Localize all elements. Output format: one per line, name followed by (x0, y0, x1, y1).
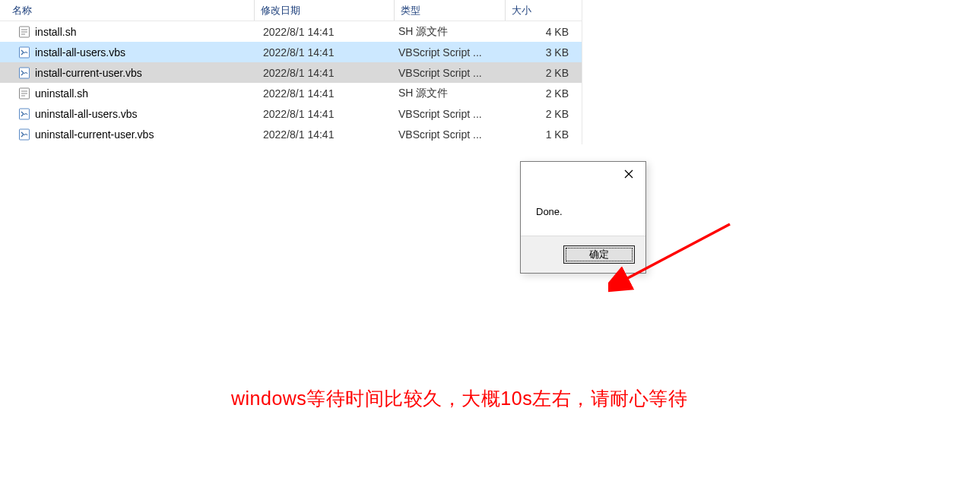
file-name-label: uninstall-all-users.vbs (35, 108, 138, 120)
sh-file-icon (18, 26, 30, 38)
file-row[interactable]: install-all-users.vbs2022/8/1 14:41VBScr… (0, 42, 582, 62)
file-type-cell: SH 源文件 (394, 25, 505, 39)
svg-rect-5 (20, 68, 30, 78)
svg-rect-11 (20, 129, 30, 140)
dialog-footer: 确定 (521, 236, 645, 273)
message-dialog: Done. 确定 (520, 161, 646, 274)
dialog-titlebar (521, 162, 645, 185)
file-row[interactable]: install.sh2022/8/1 14:41SH 源文件4 KB (0, 21, 582, 42)
file-name-label: install-all-users.vbs (35, 46, 125, 59)
svg-rect-10 (20, 109, 30, 119)
vbs-file-icon (18, 67, 30, 79)
file-date-cell: 2022/8/1 14:41 (254, 67, 394, 79)
close-icon (624, 169, 633, 179)
file-size-cell: 3 KB (505, 46, 581, 59)
file-name-label: uninstall.sh (35, 87, 88, 100)
file-name-cell: install.sh (0, 26, 254, 38)
svg-rect-4 (20, 47, 30, 58)
column-header-size[interactable]: 大小 (505, 0, 581, 21)
file-date-cell: 2022/8/1 14:41 (254, 87, 394, 100)
file-date-cell: 2022/8/1 14:41 (254, 128, 394, 141)
file-size-cell: 2 KB (505, 87, 581, 100)
file-name-cell: install-current-user.vbs (0, 67, 254, 79)
file-size-cell: 2 KB (505, 108, 581, 120)
file-row[interactable]: install-current-user.vbs2022/8/1 14:41VB… (0, 62, 582, 83)
column-header-type[interactable]: 类型 (394, 0, 505, 21)
vbs-file-icon (18, 108, 30, 120)
file-name-cell: uninstall-all-users.vbs (0, 108, 254, 120)
file-list: 名称 修改日期 类型 大小 install.sh2022/8/1 14:41SH… (0, 0, 582, 144)
file-name-cell: install-all-users.vbs (0, 46, 254, 59)
column-header-name[interactable]: 名称 (0, 0, 254, 21)
file-row[interactable]: uninstall-all-users.vbs2022/8/1 14:41VBS… (0, 103, 582, 124)
column-header-date[interactable]: 修改日期 (254, 0, 394, 21)
file-size-cell: 1 KB (505, 128, 581, 141)
file-type-cell: SH 源文件 (394, 87, 505, 100)
vbs-file-icon (18, 128, 30, 141)
file-name-cell: uninstall-current-user.vbs (0, 128, 254, 141)
column-header-row: 名称 修改日期 类型 大小 (0, 0, 582, 21)
file-name-cell: uninstall.sh (0, 87, 254, 100)
annotation-caption: windows等待时间比较久，大概10s左右，请耐心等待 (231, 386, 687, 411)
file-row[interactable]: uninstall-current-user.vbs2022/8/1 14:41… (0, 124, 582, 144)
file-type-cell: VBScript Script ... (394, 67, 505, 79)
file-date-cell: 2022/8/1 14:41 (254, 46, 394, 59)
ok-button[interactable]: 确定 (563, 245, 635, 264)
file-name-label: install.sh (35, 26, 76, 38)
file-size-cell: 2 KB (505, 67, 581, 79)
vbs-file-icon (18, 46, 30, 59)
close-button[interactable] (614, 163, 644, 185)
file-name-label: install-current-user.vbs (35, 67, 142, 79)
file-name-label: uninstall-current-user.vbs (35, 128, 154, 141)
file-date-cell: 2022/8/1 14:41 (254, 108, 394, 120)
file-type-cell: VBScript Script ... (394, 128, 505, 141)
dialog-message: Done. (521, 185, 645, 236)
file-type-cell: VBScript Script ... (394, 108, 505, 120)
file-size-cell: 4 KB (505, 26, 581, 38)
file-row[interactable]: uninstall.sh2022/8/1 14:41SH 源文件2 KB (0, 83, 582, 103)
sh-file-icon (18, 87, 30, 100)
file-date-cell: 2022/8/1 14:41 (254, 26, 394, 38)
file-type-cell: VBScript Script ... (394, 46, 505, 59)
